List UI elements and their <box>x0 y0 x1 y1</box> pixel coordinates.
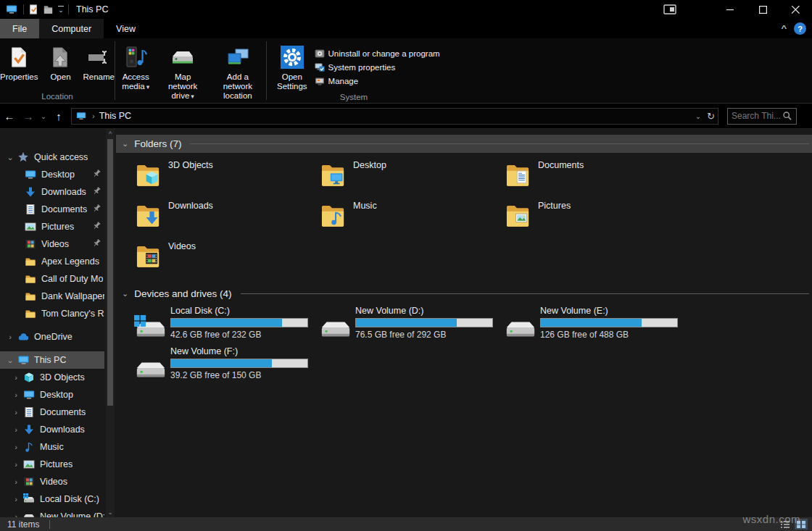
expand-icon[interactable]: › <box>12 477 20 486</box>
map-network-drive-button[interactable]: Map network drive▾ <box>158 43 208 103</box>
expand-icon[interactable]: › <box>12 425 20 434</box>
sidebar-item-tom-clancys[interactable]: Tom Clancy's Ra <box>0 305 104 322</box>
expand-icon[interactable]: › <box>12 443 20 451</box>
sidebar-item-quick-access[interactable]: ⌄ Quick access <box>0 149 104 166</box>
drive-tile-new-volume-e[interactable]: New Volume (E:) 126 GB free of 488 GB <box>504 306 689 346</box>
expand-icon[interactable]: › <box>6 333 14 341</box>
documents-icon <box>25 204 37 215</box>
sidebar-item-documents-pinned[interactable]: Documents <box>0 201 104 218</box>
sidebar-item-apex-legends[interactable]: Apex Legends <box>0 253 104 270</box>
downloads-folder-icon <box>134 198 162 231</box>
address-dropdown-icon[interactable]: ⌄ <box>695 112 701 120</box>
system-properties-button[interactable]: System properties <box>315 62 440 72</box>
window-title: This PC <box>76 4 108 14</box>
folders-group-header[interactable]: ⌄ Folders (7) <box>116 135 812 153</box>
sidebar-item-call-of-duty[interactable]: Call of Duty Mo <box>0 270 104 288</box>
expand-icon[interactable]: › <box>12 495 20 503</box>
sidebar-item-dank-wallpapers[interactable]: Dank Wallpapers <box>0 288 104 305</box>
properties-qat-icon[interactable] <box>28 4 38 15</box>
sidebar-item-onedrive[interactable]: › OneDrive <box>0 328 104 346</box>
sidebar-item-local-disk-c[interactable]: › Local Disk (C:) <box>0 490 104 508</box>
sidebar-item-pc-videos[interactable]: › Videos <box>0 473 104 490</box>
scrollbar-thumb[interactable] <box>107 139 113 406</box>
rename-button[interactable]: Rename <box>78 43 118 83</box>
this-pc-icon <box>17 354 30 366</box>
tab-file[interactable]: File <box>0 19 39 38</box>
new-folder-qat-icon[interactable] <box>43 4 54 15</box>
refresh-icon[interactable]: ↻ <box>707 111 715 122</box>
sidebar-item-pc-music[interactable]: › Music <box>0 438 104 456</box>
search-input[interactable] <box>732 111 782 121</box>
group-header-line <box>241 293 809 294</box>
expand-icon[interactable]: › <box>12 460 20 469</box>
forward-button[interactable]: → <box>19 110 38 122</box>
sidebar-item-downloads-pinned[interactable]: Downloads <box>0 183 104 201</box>
status-bar: 11 items <box>0 517 812 531</box>
dropdown-caret-icon: ▾ <box>146 83 150 91</box>
collapse-icon[interactable]: ⌄ <box>6 356 14 365</box>
sidebar-scrollbar[interactable]: ^ ⌄ <box>106 129 115 517</box>
folders-grid: 3D Objects Desktop Documents Downloads M… <box>116 157 812 279</box>
3d-objects-icon <box>23 372 36 383</box>
minimize-button[interactable] <box>714 0 747 19</box>
folder-tile-videos[interactable]: Videos <box>134 238 319 279</box>
open-icon <box>49 44 71 70</box>
breadcrumb-this-pc[interactable]: This PC <box>99 111 131 121</box>
drive-icon <box>134 355 167 384</box>
sidebar-item-pc-desktop[interactable]: › Desktop <box>0 386 104 404</box>
search-icon[interactable] <box>782 111 792 121</box>
folder-tile-downloads[interactable]: Downloads <box>134 198 319 238</box>
folder-tile-desktop[interactable]: Desktop <box>319 157 504 198</box>
collapse-ribbon-icon[interactable]: ^ <box>781 25 787 33</box>
folder-tile-pictures[interactable]: Pictures <box>504 198 689 238</box>
drive-tile-new-volume-d[interactable]: New Volume (D:) 76.5 GB free of 292 GB <box>319 306 504 346</box>
sidebar-item-pc-pictures[interactable]: › Pictures <box>0 456 104 473</box>
expand-icon[interactable]: › <box>12 390 20 399</box>
open-button[interactable]: Open <box>45 43 75 83</box>
expand-icon[interactable]: › <box>12 408 20 417</box>
folder-tile-documents[interactable]: Documents <box>504 157 689 198</box>
toolbar-separator <box>23 4 24 14</box>
sidebar-item-pictures-pinned[interactable]: Pictures <box>0 218 104 235</box>
drive-tile-new-volume-f[interactable]: New Volume (F:) 39.2 GB free of 150 GB <box>134 346 319 387</box>
add-network-location-button[interactable]: Add a network location <box>210 43 266 103</box>
drive-icon <box>319 314 352 343</box>
sidebar-item-3d-objects[interactable]: › 3D Objects <box>0 369 104 386</box>
tab-view[interactable]: View <box>104 19 148 38</box>
sidebar-item-desktop-pinned[interactable]: Desktop <box>0 166 104 183</box>
folder-tile-3d-objects[interactable]: 3D Objects <box>134 157 319 198</box>
maximize-button[interactable] <box>747 0 779 19</box>
tab-computer[interactable]: Computer <box>39 19 104 38</box>
folder-tile-music[interactable]: Music <box>319 198 504 238</box>
back-button[interactable]: ← <box>0 110 19 122</box>
search-box[interactable] <box>727 108 797 125</box>
videos-icon <box>23 476 36 488</box>
collapse-group-icon[interactable]: ⌄ <box>122 139 128 149</box>
dropdown-caret-icon: ▾ <box>191 93 194 100</box>
sidebar-item-pc-downloads[interactable]: › Downloads <box>0 421 104 438</box>
up-button[interactable]: ↑ <box>49 110 68 122</box>
recent-locations-dropdown-icon[interactable]: ⌄ <box>38 112 49 120</box>
uninstall-program-button[interactable]: Uninstall or change a program <box>315 49 440 59</box>
collapse-group-icon[interactable]: ⌄ <box>122 289 128 298</box>
sidebar-item-pc-documents[interactable]: › Documents <box>0 404 104 421</box>
help-icon[interactable]: ? <box>794 22 806 35</box>
scroll-down-icon[interactable]: ⌄ <box>106 509 115 516</box>
sidebar-item-this-pc[interactable]: ⌄ This PC <box>0 351 104 369</box>
close-button[interactable] <box>779 0 812 19</box>
open-settings-button[interactable]: Open Settings <box>273 43 312 93</box>
manage-icon <box>315 76 325 86</box>
desktop-folder-icon <box>319 157 347 191</box>
expand-icon[interactable]: ⌄ <box>6 153 14 162</box>
properties-button[interactable]: Properties <box>0 43 42 83</box>
drive-tile-local-disk-c[interactable]: Local Disk (C:) 42.6 GB free of 232 GB <box>134 306 319 346</box>
customize-qat-dropdown-icon[interactable]: ⌄ <box>58 6 64 13</box>
manage-button[interactable]: Manage <box>315 76 440 86</box>
expand-icon[interactable]: › <box>12 373 20 382</box>
address-bar[interactable]: › This PC ⌄ ↻ <box>71 108 718 125</box>
downloads-icon <box>23 424 36 435</box>
scroll-up-icon[interactable]: ^ <box>106 130 115 138</box>
access-media-button[interactable]: Access media▾ <box>115 43 157 93</box>
sidebar-item-videos-pinned[interactable]: Videos <box>0 235 104 253</box>
devices-group-header[interactable]: ⌄ Devices and drives (4) <box>116 285 812 303</box>
